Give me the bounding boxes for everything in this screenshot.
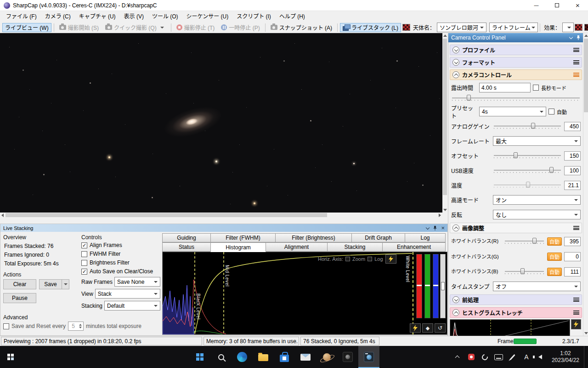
panel-scrollbar[interactable] (583, 33, 588, 336)
pin-icon[interactable] (576, 35, 581, 40)
exposure-input[interactable]: 4.00 s (479, 83, 531, 92)
wb-blue-auto-button[interactable]: 自動 (547, 268, 562, 276)
save-dropdown-arrow[interactable] (62, 280, 69, 289)
menu-file[interactable]: ファイル (F) (2, 11, 41, 22)
tab-guiding[interactable]: Guiding (162, 233, 211, 242)
live-stack-button[interactable]: ライブスタック (L) (340, 23, 401, 32)
flip-combo[interactable]: なし (493, 210, 581, 219)
scroll-right-icon[interactable] (437, 213, 442, 218)
target-name-combo[interactable]: ソンブレロ銀河 (437, 23, 486, 32)
section-preprocessing[interactable]: 前処理 (450, 294, 582, 305)
menu-tools[interactable]: ツール (O) (148, 11, 182, 22)
framerate-combo[interactable]: 最大 (493, 136, 581, 146)
store-button[interactable] (274, 346, 295, 368)
dark-swatch-icon[interactable] (584, 24, 588, 31)
timestamp-combo[interactable]: オフ (493, 282, 581, 291)
capture-app-button[interactable] (337, 346, 358, 368)
tab-alignment[interactable]: Alignment (266, 242, 328, 252)
stretch-diamond-button[interactable]: ◆ (422, 323, 433, 333)
view-combo[interactable]: Stack (95, 289, 160, 299)
save-reset-checkbox[interactable] (3, 323, 9, 329)
expander-icon[interactable] (452, 224, 459, 231)
tray-alert-button[interactable] (464, 346, 478, 368)
expander-icon[interactable] (452, 46, 459, 53)
chevron-down-icon[interactable] (426, 225, 430, 229)
stretch-bolt-button[interactable] (410, 323, 421, 333)
stacking-combo[interactable]: Default (104, 301, 160, 310)
tab-histogram[interactable]: Histogram (210, 242, 266, 252)
fwhm-filter-checkbox[interactable] (81, 251, 87, 257)
menu-icon[interactable] (573, 226, 579, 230)
raw-frames-combo[interactable]: Save None (114, 277, 160, 287)
pause-button[interactable]: 一時停止 (P) (218, 23, 262, 32)
tray-expand-button[interactable] (451, 346, 464, 368)
capture-start-button[interactable]: 撮影開始 (S) (57, 23, 102, 32)
capture-stop-button[interactable]: 撮影停止 (T) (174, 23, 218, 32)
long-exposure-checkbox[interactable] (533, 85, 539, 91)
scroll-left-icon[interactable] (0, 213, 5, 218)
expander-icon[interactable] (452, 309, 459, 316)
taskbar-clock[interactable]: 1:02 2023/04/22 (547, 350, 584, 364)
live-view-image[interactable] (0, 33, 442, 213)
exposure-slider[interactable] (451, 94, 581, 103)
sharpcap-taskbar-button[interactable] (358, 346, 379, 368)
menu-sequencer[interactable]: シーケンサー (U) (182, 11, 233, 22)
pin-icon[interactable] (433, 225, 437, 231)
menu-icon[interactable] (573, 73, 579, 77)
tab-log[interactable]: Log (405, 233, 446, 242)
wb-red-slider[interactable] (504, 237, 545, 246)
usb-speed-value[interactable]: 100 (564, 166, 581, 175)
menu-view[interactable]: 表示 (V) (120, 11, 148, 22)
section-camera-control[interactable]: カメラコントロール (450, 69, 582, 80)
auto-exposure-checkbox[interactable] (548, 109, 554, 115)
menu-icon[interactable] (573, 298, 579, 302)
expander-icon[interactable] (452, 71, 459, 78)
horizontal-scroll-thumb[interactable] (6, 213, 327, 217)
auto-save-checkbox[interactable] (81, 269, 87, 275)
scroll-up-icon[interactable] (442, 33, 447, 38)
highspeed-combo[interactable]: オン (493, 195, 581, 205)
vertical-scroll-thumb[interactable] (443, 39, 447, 195)
expander-icon[interactable] (452, 296, 459, 303)
color-swatch-icon[interactable] (575, 24, 582, 31)
frame-type-combo[interactable]: ライトフレーム (489, 23, 538, 32)
auto-stretch-button[interactable] (385, 254, 396, 264)
green-level-bar[interactable] (424, 254, 430, 318)
search-button[interactable] (210, 346, 232, 368)
menu-help[interactable]: ヘルプ (H) (275, 11, 309, 22)
zoom-checkbox[interactable] (345, 257, 350, 261)
stretch-reset-button[interactable]: ↺ (435, 323, 446, 333)
planetarium-button[interactable] (316, 346, 337, 368)
tab-enhancement[interactable]: Enhancement (382, 242, 446, 252)
tray-pen-button[interactable] (506, 346, 520, 368)
wb-red-auto-button[interactable]: 自動 (547, 237, 562, 246)
show-desktop-button[interactable] (584, 346, 586, 368)
effects-combo[interactable] (562, 23, 574, 32)
gain-value[interactable]: 450 (564, 122, 581, 131)
menu-capture[interactable]: キャプチャ (U) (75, 11, 120, 22)
tab-stacking[interactable]: Stacking (327, 242, 383, 252)
menu-scripting[interactable]: スクリプト (I) (232, 11, 275, 22)
scroll-up-icon[interactable] (583, 33, 588, 38)
panel-scroll-thumb[interactable] (584, 39, 588, 112)
tab-filter-fwhm[interactable]: Filter (FWHM) (210, 233, 276, 242)
menu-icon[interactable] (573, 48, 579, 52)
preset-combo[interactable]: 4s (479, 107, 546, 116)
white-level-slider[interactable] (440, 254, 446, 318)
offset-slider[interactable] (493, 152, 562, 160)
brightness-filter-checkbox[interactable] (81, 260, 87, 266)
menu-camera[interactable]: カメラ (C) (41, 11, 75, 22)
gain-slider[interactable] (493, 122, 562, 131)
red-level-bar[interactable] (416, 254, 422, 318)
wb-green-auto-button[interactable]: 自動 (547, 253, 562, 261)
scroll-down-icon[interactable] (583, 331, 588, 336)
camera-panel-header[interactable]: Camera Control Panel (448, 33, 583, 42)
mail-button[interactable] (295, 346, 316, 368)
close-button[interactable] (567, 0, 588, 11)
wb-red-value[interactable]: 395 (564, 237, 581, 246)
menu-icon[interactable] (573, 60, 579, 64)
tray-volume-button[interactable] (533, 346, 547, 368)
save-button[interactable]: Save (39, 279, 69, 289)
tab-filter-brightness[interactable]: Filter (Brightness) (275, 233, 352, 242)
tab-status[interactable]: Status (162, 242, 211, 252)
